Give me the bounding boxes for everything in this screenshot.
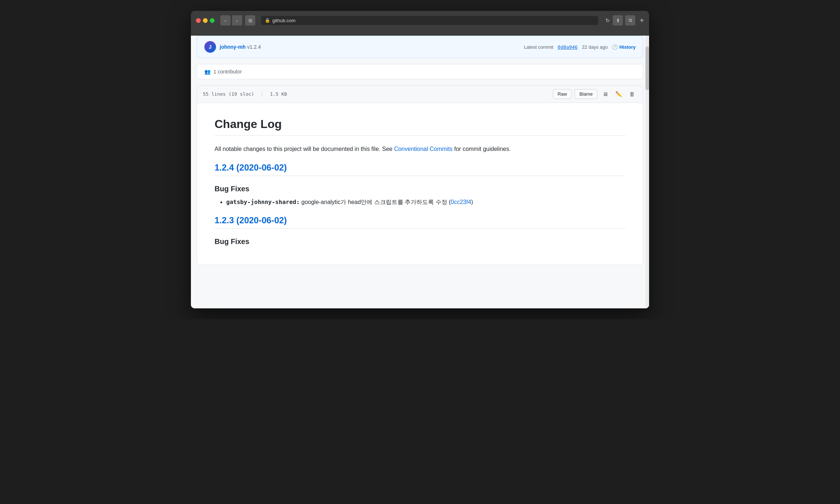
- blame-button[interactable]: Blame: [575, 89, 597, 99]
- version-heading-2: 1.2.3 (2020-06-02): [215, 215, 625, 229]
- clock-icon: 🕐: [612, 44, 618, 50]
- scrollbar-track[interactable]: [645, 36, 649, 308]
- contributor-count: 1 contributor: [213, 69, 242, 75]
- lock-icon: 🔒: [265, 18, 270, 23]
- commit-prefix: Latest commit: [524, 44, 553, 50]
- item-description-1: google-analytic가 head안에 스크립트를 추가하도록 수정 (: [300, 199, 451, 205]
- raw-button[interactable]: Raw: [553, 89, 572, 99]
- contributor-icon: 👥: [204, 69, 211, 75]
- forward-button[interactable]: ›: [232, 15, 242, 25]
- version-link-1[interactable]: 1.2.4: [215, 163, 234, 172]
- intro-text: All notable changes to this project will…: [215, 146, 394, 152]
- version-link-2[interactable]: 1.2.3: [215, 215, 234, 225]
- delete-icon[interactable]: 🗑: [627, 89, 637, 99]
- commit-header: J johnny-mh v1.2.4 Latest commit 0d8a946…: [197, 36, 643, 58]
- package-name-1: gatsby-johnny-shared:: [226, 199, 300, 205]
- commit-age: 22 days ago: [582, 44, 608, 50]
- commit-hash-link[interactable]: 0d8a946: [558, 44, 578, 50]
- file-header: 55 lines (19 sloc) | 1.5 KB Raw Blame 🖥 …: [197, 85, 643, 103]
- version-tag: v1.2.4: [247, 44, 261, 50]
- avatar: J: [204, 41, 216, 53]
- list-item: gatsby-johnny-shared: google-analytic가 h…: [226, 197, 625, 207]
- changelog-intro: All notable changes to this project will…: [215, 144, 625, 154]
- maximize-button[interactable]: [210, 18, 215, 23]
- traffic-lights: [196, 18, 215, 23]
- file-actions: Raw Blame 🖥 ✏️ 🗑: [553, 89, 637, 99]
- contributor-bar: 👥 1 contributor: [197, 64, 643, 79]
- close-button[interactable]: [196, 18, 201, 23]
- new-tab-button[interactable]: +: [640, 16, 644, 25]
- intro-suffix: for commit guidelines.: [453, 146, 511, 152]
- conventional-commits-link[interactable]: Conventional Commits: [394, 146, 453, 152]
- address-bar[interactable]: 🔒 github.com: [261, 16, 598, 25]
- file-meta: 55 lines (19 sloc) | 1.5 KB: [203, 91, 287, 97]
- bugfixes-heading-2: Bug Fixes: [215, 237, 625, 246]
- changelog-title: Change Log: [215, 117, 625, 136]
- url-display: github.com: [272, 18, 296, 23]
- share-button[interactable]: ⬆: [613, 15, 623, 25]
- tab-view-button[interactable]: ⊞: [245, 15, 255, 25]
- file-viewer: 55 lines (19 sloc) | 1.5 KB Raw Blame 🖥 …: [197, 85, 643, 265]
- history-link[interactable]: 🕐 History: [612, 44, 636, 50]
- file-content: Change Log All notable changes to this p…: [197, 103, 643, 265]
- edit-icon[interactable]: ✏️: [613, 89, 624, 99]
- bugfixes-list-1: gatsby-johnny-shared: google-analytic가 h…: [215, 197, 625, 207]
- lines-info: 55 lines (19 sloc): [203, 91, 254, 97]
- scrollbar-thumb[interactable]: [645, 47, 649, 90]
- commit-link-1[interactable]: 0cc23f4: [451, 199, 471, 205]
- desktop-icon[interactable]: 🖥: [600, 89, 610, 99]
- version-date-text-2: (2020-06-02): [236, 215, 287, 225]
- version-date-text-1: (2020-06-02): [236, 163, 287, 172]
- author-name[interactable]: johnny-mh: [220, 44, 246, 50]
- close-paren-1: ): [471, 199, 473, 205]
- separator: |: [261, 91, 264, 97]
- file-size: 1.5 KB: [270, 91, 287, 97]
- version-heading-1: 1.2.4 (2020-06-02): [215, 163, 625, 176]
- minimize-button[interactable]: [203, 18, 208, 23]
- window-button[interactable]: ⧉: [625, 15, 635, 25]
- commit-meta: Latest commit 0d8a946 22 days ago 🕐 Hist…: [524, 44, 636, 50]
- commit-author: J johnny-mh v1.2.4: [204, 41, 261, 53]
- history-label: History: [619, 44, 636, 50]
- reload-button[interactable]: ↻: [605, 17, 610, 23]
- bugfixes-heading-1: Bug Fixes: [215, 185, 625, 193]
- back-button[interactable]: ‹: [220, 15, 231, 25]
